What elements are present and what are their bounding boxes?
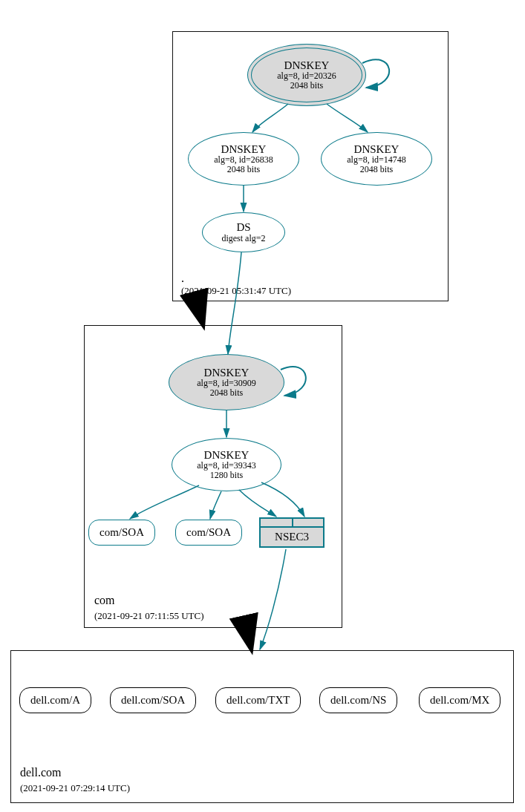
node-dell-mx: dell.com/MX: [419, 687, 500, 713]
edge-root-com-zone: [200, 300, 203, 324]
zone-dell-label: dell.com: [20, 766, 62, 779]
zone-root-label: .: [181, 272, 184, 285]
node-dell-ns: dell.com/NS: [319, 687, 397, 713]
zone-com-timestamp: (2021-09-21 07:11:55 UTC): [94, 610, 204, 622]
node-title: DNSKEY: [204, 449, 250, 462]
node-title: DS: [236, 221, 250, 234]
zone-com-label: com: [94, 594, 115, 607]
zone-dell-timestamp: (2021-09-21 07:29:14 UTC): [20, 782, 130, 794]
node-title: DNSKEY: [354, 143, 400, 156]
zone-dell: [10, 650, 514, 803]
node-sub: 2048 bits: [227, 165, 260, 174]
node-title: DNSKEY: [221, 143, 267, 156]
node-title: DNSKEY: [204, 367, 250, 379]
node-sub: 2048 bits: [210, 388, 243, 398]
node-com-ksk: DNSKEY alg=8, id=30909 2048 bits: [169, 354, 284, 410]
node-root-ds: DS digest alg=2: [202, 212, 285, 252]
node-root-ksk: DNSKEY alg=8, id=20326 2048 bits: [247, 44, 366, 106]
edge-com-dell-zone: [249, 626, 251, 648]
node-dell-a: dell.com/A: [19, 687, 91, 713]
node-com-zsk: DNSKEY alg=8, id=39343 1280 bits: [172, 438, 281, 491]
node-root-zsk2: DNSKEY alg=8, id=14748 2048 bits: [321, 132, 432, 186]
zone-root-timestamp: (2021-09-21 05:31:47 UTC): [181, 285, 291, 297]
node-sub: digest alg=2: [221, 234, 265, 243]
node-com-soa1: com/SOA: [88, 520, 155, 546]
node-dell-txt: dell.com/TXT: [215, 687, 301, 713]
node-sub: 2048 bits: [360, 165, 393, 174]
node-sub: 2048 bits: [290, 81, 323, 91]
node-title: DNSKEY: [284, 59, 330, 72]
node-sub: 1280 bits: [210, 471, 243, 480]
node-com-soa2: com/SOA: [175, 520, 242, 546]
node-dell-soa: dell.com/SOA: [110, 687, 196, 713]
node-root-zsk1: DNSKEY alg=8, id=26838 2048 bits: [188, 132, 299, 186]
node-nsec3: NSEC3: [259, 517, 325, 548]
nsec3-label: NSEC3: [261, 528, 323, 546]
